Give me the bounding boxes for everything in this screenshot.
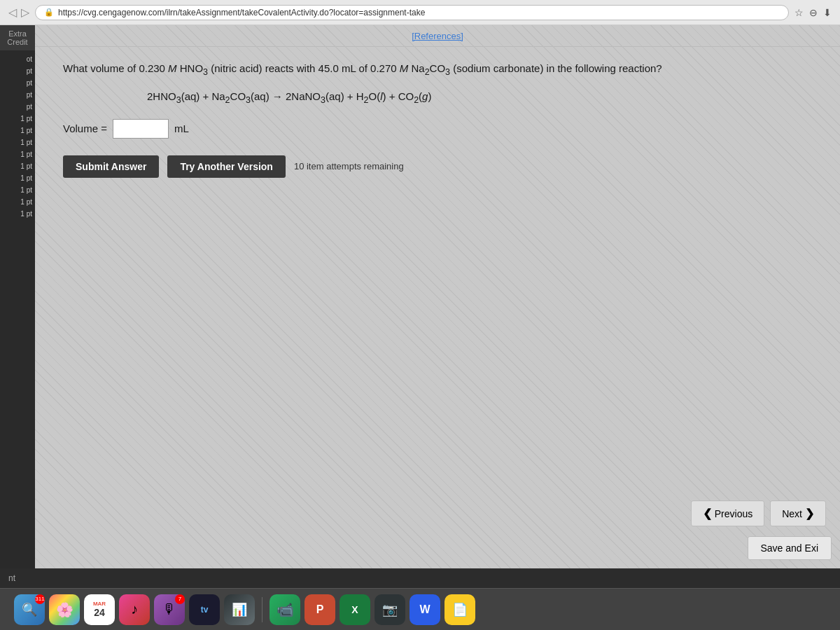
dock-divider (262, 597, 262, 622)
buttons-row: Submit Answer Try Another Version 10 ite… (63, 155, 812, 178)
mid-section: Extra Credit ot pt pt pt pt 1 pt 1 pt 1 … (0, 25, 840, 568)
sidebar-pt-7: 1 pt (0, 125, 35, 136)
volume-label: Volume = (63, 122, 107, 134)
dock-item-facetime[interactable]: 📹 (270, 594, 300, 625)
bottom-bar: nt (0, 568, 840, 588)
bottom-label: nt (8, 573, 15, 583)
word-icon: W (419, 603, 430, 616)
calendar-month: MAR (93, 601, 106, 607)
sidebar-pt-13: 1 pt (0, 196, 35, 208)
sidebar-pt-5: pt (0, 101, 35, 113)
question-text: What volume of 0.230 M HNO3 (nitric acid… (63, 61, 812, 79)
submit-answer-button[interactable]: Submit Answer (63, 155, 159, 178)
sidebar-pt-9: 1 pt (0, 148, 35, 160)
excel-icon: X (351, 604, 358, 615)
dock-item-tv[interactable]: tv (189, 594, 220, 625)
lock-icon: 🔒 (44, 8, 54, 17)
dock-item-stocks[interactable]: 📊 (224, 594, 255, 625)
dock-item-powerpoint[interactable]: P (304, 594, 335, 625)
stocks-icon: 📊 (232, 602, 247, 617)
photos-icon: 🌸 (56, 601, 74, 618)
facetime-icon: 📹 (276, 601, 294, 618)
dock-item-word[interactable]: W (410, 594, 440, 625)
reading-icon[interactable]: ⊖ (809, 7, 818, 18)
try-another-version-button[interactable]: Try Another Version (167, 155, 286, 178)
sidebar-pt-8: 1 pt (0, 136, 35, 148)
references-link[interactable]: [References] (412, 31, 463, 41)
podcast-icon: 🎙 (162, 601, 176, 617)
main-content: [References] What volume of 0.230 M HNO3… (35, 25, 840, 568)
page-layout: ◁ ▷ 🔒 https://cvg.cengagenow.com/ilrn/ta… (0, 0, 840, 630)
left-sidebar: Extra Credit ot pt pt pt pt 1 pt 1 pt 1 … (0, 25, 35, 568)
save-exit-bar: Save and Exi (748, 536, 832, 560)
tv-icon: tv (201, 605, 209, 615)
dock-item-finder[interactable]: 🔍 311 (14, 594, 45, 625)
back-icon[interactable]: ◁ (8, 6, 17, 19)
next-label: Next (782, 508, 802, 519)
sidebar-pt-12: 1 pt (0, 184, 35, 196)
camera-icon: 📷 (382, 602, 398, 617)
browser-right-icons: ☆ ⊖ ⬇ (794, 7, 832, 18)
chevron-left-icon: ❮ (703, 507, 712, 520)
extra-credit-top: Extra Credit (0, 25, 35, 50)
chevron-right-icon: ❯ (805, 507, 814, 520)
dock-badge-podcast: 7 (175, 594, 185, 604)
url-bar[interactable]: 🔒 https://cvg.cengagenow.com/ilrn/takeAs… (35, 5, 789, 20)
volume-input[interactable] (113, 119, 169, 139)
references-bar: [References] (35, 25, 840, 47)
sidebar-pt-14: 1 pt (0, 208, 35, 220)
dock-item-excel[interactable]: X (340, 594, 370, 625)
next-button[interactable]: Next ❯ (770, 500, 826, 526)
dock-item-camera[interactable]: 📷 (374, 594, 405, 625)
notes-icon: 📄 (452, 602, 468, 617)
volume-unit: mL (174, 122, 189, 134)
attempts-remaining-text: 10 item attempts remaining (294, 161, 404, 172)
navigation-buttons: ❮ Previous Next ❯ (691, 500, 826, 526)
sidebar-pt-4: pt (0, 89, 35, 101)
dock-item-podcast[interactable]: 🎙 7 (154, 594, 185, 625)
chemical-equation: 2HNO3(aq) + Na2CO3(aq) → 2NaNO3(aq) + H2… (147, 90, 812, 105)
finder-icon: 🔍 (22, 602, 37, 617)
url-text: https://cvg.cengagenow.com/ilrn/takeAssi… (58, 8, 425, 18)
browser-bar: ◁ ▷ 🔒 https://cvg.cengagenow.com/ilrn/ta… (0, 0, 840, 25)
sidebar-pt-6: 1 pt (0, 113, 35, 125)
bookmark-icon[interactable]: ☆ (794, 7, 804, 18)
dock-item-notes[interactable]: 📄 (444, 594, 475, 625)
sidebar-pt-3: pt (0, 77, 35, 89)
save-exit-button[interactable]: Save and Exi (748, 536, 832, 560)
save-exit-label: Save and Exi (761, 542, 819, 554)
forward-icon[interactable]: ▷ (21, 6, 29, 19)
sidebar-pt-1: ot (0, 53, 35, 65)
volume-row: Volume = mL (63, 119, 812, 139)
powerpoint-icon: P (316, 603, 324, 616)
dock-badge-finder: 311 (35, 594, 45, 604)
dock: 🔍 311 🌸 MAR 24 ♪ 🎙 7 tv 📊 (0, 588, 840, 630)
previous-button[interactable]: ❮ Previous (691, 500, 764, 526)
calendar-date: 24 (94, 607, 105, 618)
sidebar-pt-10: 1 pt (0, 160, 35, 172)
sidebar-points-list: ot pt pt pt pt 1 pt 1 pt 1 pt 1 pt 1 pt … (0, 50, 35, 220)
sidebar-pt-2: pt (0, 65, 35, 77)
download-icon[interactable]: ⬇ (823, 7, 832, 18)
previous-label: Previous (715, 508, 752, 519)
sidebar-pt-11: 1 pt (0, 172, 35, 184)
dock-item-calendar[interactable]: MAR 24 (84, 594, 115, 625)
dock-item-photos[interactable]: 🌸 (49, 594, 80, 625)
browser-nav-icons: ◁ ▷ (8, 6, 29, 19)
dock-item-music[interactable]: ♪ (119, 594, 150, 625)
music-icon: ♪ (131, 601, 138, 617)
question-container: What volume of 0.230 M HNO3 (nitric acid… (35, 47, 840, 192)
